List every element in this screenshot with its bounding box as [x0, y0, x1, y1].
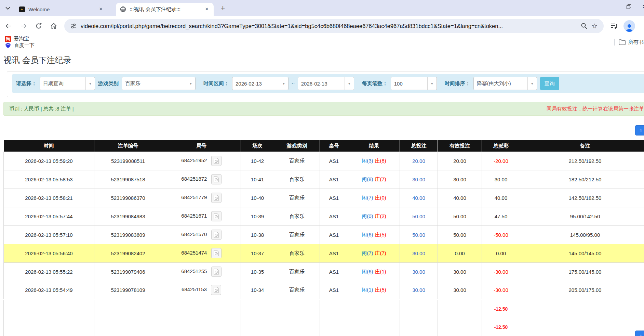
tilde-separator: ~ [292, 81, 295, 87]
cell-table-no: AS1 [320, 170, 348, 189]
footer-payout: -12.50 [482, 299, 520, 318]
video-replay-icon[interactable] [211, 248, 222, 258]
cell-game-type: 百家乐 [274, 262, 320, 281]
cell-result: 闲(6)庄(1) [348, 262, 400, 281]
table-row: 2026-02-13 05:54:49 523199078109 6842511… [4, 281, 644, 299]
cell-valid-bet: 50.00 [438, 207, 482, 225]
url-text[interactable]: videoie.com/ipl/portal.php/game/betrecor… [81, 23, 579, 29]
video-replay-icon[interactable] [211, 285, 221, 295]
result-banker: 庄(1) [375, 269, 386, 274]
cell-total-bet[interactable]: 30.00 [400, 281, 438, 299]
cell-session: 10-37 [241, 244, 274, 262]
video-replay-icon[interactable] [211, 230, 222, 240]
result-banker: 庄(5) [375, 232, 386, 237]
game-type-select[interactable]: 百家乐 ▾ [122, 77, 196, 90]
tab-close-icon[interactable]: ✕ [97, 6, 104, 13]
back-icon[interactable] [2, 20, 15, 33]
profile-avatar[interactable] [623, 20, 635, 32]
cell-payout: 30.00 [482, 170, 520, 189]
all-bookmarks-button[interactable]: 所有书签 [619, 39, 644, 46]
zoom-icon[interactable] [579, 21, 589, 31]
tab-close-icon[interactable]: ✕ [203, 6, 210, 13]
page-size-label: 每页笔数： [362, 80, 388, 87]
video-replay-icon[interactable] [211, 174, 222, 184]
footer-label: 小计 [4, 299, 94, 318]
cell-remark: 145.00/95.00 [520, 225, 644, 244]
cell-valid-bet: 50.00 [438, 225, 482, 244]
home-icon[interactable] [47, 20, 60, 33]
column-header: 结果 [348, 140, 400, 152]
result-player: 闲(7) [362, 250, 373, 256]
cell-game-type: 百家乐 [274, 152, 320, 170]
cell-total-bet[interactable]: 30.00 [400, 262, 438, 281]
sort-select[interactable]: 降幂(由大到小) ▾ [473, 77, 537, 90]
address-bar[interactable]: videoie.com/ipl/portal.php/game/betrecor… [64, 19, 604, 33]
footer-payout: -12.50 [482, 318, 520, 336]
chevron-down-icon: ▾ [85, 77, 95, 90]
bookmark-star-icon[interactable]: ☆ [589, 21, 600, 31]
round-number: 684251474 [181, 250, 207, 256]
cell-game-type: 百家乐 [274, 207, 320, 225]
table-footer-row: 总计 8 280.00 250.00 -12.50 [4, 318, 644, 336]
footer-count: 8 [94, 299, 162, 318]
cell-game-type: 百家乐 [274, 189, 320, 207]
cell-bet-id: 523199083609 [94, 225, 162, 244]
query-type-select[interactable]: 日期查询 ▾ [40, 77, 95, 90]
cell-remark: 175.00/145.00 [520, 262, 644, 281]
cell-total-bet[interactable]: 20.00 [400, 152, 438, 170]
minimize-button[interactable]: — [605, 0, 621, 13]
cell-session: 10-42 [241, 152, 274, 170]
video-replay-icon[interactable] [211, 156, 222, 166]
cell-table-no: AS1 [320, 281, 348, 299]
bookmark-item[interactable]: 淘 爱淘宝 [5, 36, 35, 42]
cell-total-bet[interactable]: 40.00 [400, 189, 438, 207]
reload-icon[interactable] [32, 20, 45, 33]
media-controls-icon[interactable] [608, 20, 620, 32]
cell-payout: -50.00 [482, 225, 520, 244]
cell-result: 闲(6)庄(5) [348, 225, 400, 244]
cell-table-no: AS1 [320, 207, 348, 225]
tab-search-chevron-icon[interactable] [3, 4, 13, 12]
cell-payout: 40.00 [482, 189, 520, 207]
filter-panel: 请选择： 日期查询 ▾ 游戏类别 百家乐 ▾ 时间区间： 2026-02-13 … [7, 71, 644, 97]
video-replay-icon[interactable] [211, 267, 222, 277]
footer-total-bet: 280.00 [400, 299, 438, 318]
date-from-select[interactable]: 2026-02-13 ▾ [232, 77, 289, 90]
new-tab-button[interactable]: + [218, 3, 228, 13]
cell-total-bet[interactable]: 30.00 [400, 244, 438, 262]
cell-total-bet[interactable]: 30.00 [400, 170, 438, 189]
video-replay-icon[interactable] [211, 211, 222, 221]
close-button[interactable]: ✕ [636, 0, 644, 13]
cell-remark: 142.50/182.50 [520, 189, 644, 207]
cell-total-bet[interactable]: 50.00 [400, 207, 438, 225]
footer-valid-bet: 250.00 [438, 318, 482, 336]
table-row: 2026-02-13 05:59:20 523199088511 6842519… [4, 152, 644, 170]
cell-time: 2026-02-13 05:58:21 [4, 189, 94, 207]
bookmarks-bar: 淘 爱淘宝 百度一下 所有书签 [0, 36, 644, 48]
bookmark-label: 爱淘宝 [14, 36, 29, 42]
browser-tab[interactable]: :::视讯 会员下注纪录::: ✕ [116, 3, 214, 16]
video-replay-icon[interactable] [211, 193, 222, 203]
restore-button[interactable] [621, 0, 636, 13]
forward-icon[interactable] [17, 20, 30, 33]
cell-payout: 0.00 [482, 244, 520, 262]
pagination-page-1[interactable]: 1 [635, 125, 644, 135]
cell-round-id: 684251570 [162, 225, 241, 244]
page-title: 视讯 会员下注纪录 [3, 55, 644, 66]
cell-total-bet[interactable]: 50.00 [400, 225, 438, 244]
window-controls: — ✕ [605, 0, 644, 13]
cell-time: 2026-02-13 05:58:53 [4, 170, 94, 189]
cell-remark: 205.00/175.00 [520, 281, 644, 299]
round-number: 684251779 [181, 194, 207, 200]
cell-game-type: 百家乐 [274, 244, 320, 262]
result-player: 闲(3) [362, 158, 373, 164]
site-info-icon[interactable] [69, 22, 78, 30]
search-button[interactable]: 查询 [540, 77, 559, 90]
result-player: 闲(6) [362, 232, 373, 237]
cell-time: 2026-02-13 05:56:40 [4, 244, 94, 262]
page-size-select[interactable]: 100 ▾ [391, 77, 437, 90]
browser-tab[interactable]: ✦ Welcome ✕ [15, 3, 108, 16]
result-banker: 庄(5) [375, 287, 386, 293]
date-to-select[interactable]: 2026-02-13 ▾ [298, 77, 354, 90]
pagination-page-1[interactable]: 1 [635, 331, 644, 336]
